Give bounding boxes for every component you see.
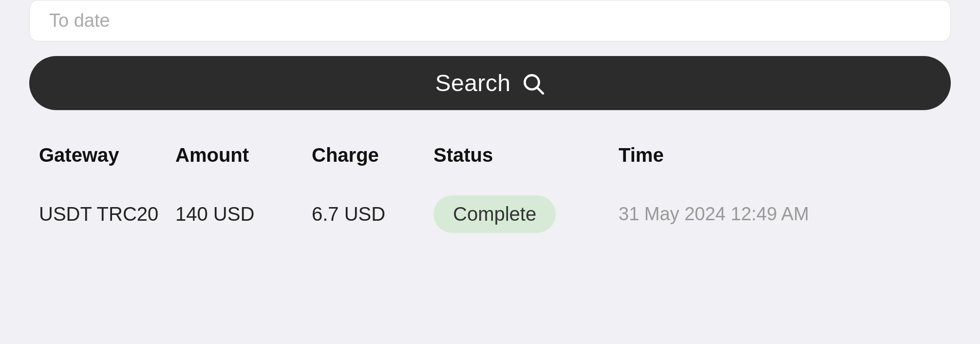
table-area: Gateway Amount Charge Status Time USDT T… [29, 134, 951, 344]
search-button[interactable]: Search [29, 56, 951, 110]
search-icon [521, 71, 545, 96]
header-charge: Charge [312, 144, 433, 166]
header-amount: Amount [175, 144, 312, 166]
table-row: USDT TRC20 140 USD 6.7 USD Complete 31 M… [29, 181, 951, 248]
cell-time: 31 May 2024 12:49 AM [619, 204, 941, 225]
date-placeholder: To date [49, 10, 110, 31]
table-header: Gateway Amount Charge Status Time [29, 134, 951, 176]
date-input-area: To date [29, 0, 951, 41]
cell-amount: 140 USD [175, 203, 312, 225]
header-gateway: Gateway [39, 144, 175, 166]
cell-gateway: USDT TRC20 [39, 203, 175, 225]
cell-status: Complete [433, 195, 619, 233]
search-label: Search [435, 70, 510, 96]
status-badge-complete: Complete [433, 195, 556, 233]
page-wrapper: To date Search Gateway Amount Charge Sta… [0, 0, 980, 344]
header-status: Status [433, 144, 619, 166]
cell-charge: 6.7 USD [312, 203, 433, 225]
header-time: Time [619, 144, 941, 166]
svg-line-1 [537, 88, 543, 93]
